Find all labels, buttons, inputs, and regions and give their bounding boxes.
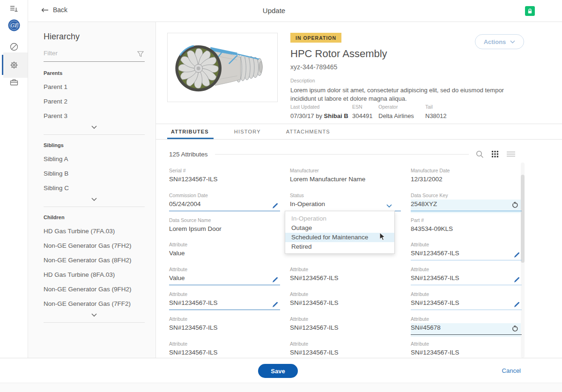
hierarchy-item-child-2[interactable]: Non-GE Generator Gas (7FH2) [44,242,145,249]
asset-title: HPC Rotor Assembly [290,48,525,60]
hierarchy-item-child-5[interactable]: Non-GE Generator Gas (9FH2) [44,286,145,293]
edit-pencil-icon[interactable] [272,203,278,209]
field-attribute-modified[interactable]: Attribute SN#45678 [411,314,522,339]
hierarchy-panel: Hierarchy Parents Parent 1 Parent 2 Pare… [28,22,156,358]
hierarchy-item-sibling-b[interactable]: Sibling B [44,170,145,177]
save-button[interactable]: Save [258,364,298,378]
hierarchy-item-sibling-a[interactable]: Sibling A [44,155,145,163]
field-attribute[interactable]: Attribute SN#1234567-ILS [411,264,522,289]
field-attribute: Attribute SN#1234567-ILS [290,314,401,339]
chevron-down-icon [91,126,97,129]
hierarchy-item-parent-3[interactable]: Parent 3 [44,112,145,119]
back-button[interactable]: Back [41,6,67,14]
mouse-cursor [379,232,385,241]
status-dropdown: In-Operation Outage Scheduled for Mainte… [285,211,395,254]
asset-image [167,33,278,102]
asset-header: IN OPERATION HPC Rotor Assembly xyz-344-… [156,22,562,124]
field-attribute: Attribute SN#1234567-ILS [411,339,522,363]
hierarchy-item-child-4[interactable]: HD Gas Turbine (8FA.03) [44,271,145,278]
expand-siblings-chevron[interactable] [44,198,145,201]
updated-by-user: Shibai B [324,112,348,119]
field-attribute: Attribute SN#1234567-ILS [169,339,280,363]
settings-gear-icon[interactable] [0,60,28,70]
toolbar-rule [215,154,469,155]
expand-parents-chevron[interactable] [44,126,145,129]
meta-tail: Tail N38012 [425,104,447,119]
field-attribute: Attribute Value [169,239,280,264]
briefcase-icon[interactable] [0,79,28,86]
sidebar-divider [44,134,145,135]
filter-field[interactable] [44,49,145,62]
field-data-source-name: Data Source Name Lorem Ipsum Door [169,215,280,240]
field-attribute: Attribute SN#1234567-ILS [169,314,280,339]
attributes-grid: Serial # SN#1234567-ILS Manufacturer Lor… [169,165,522,363]
detail-tabs: ATTRIBUTES HISTORY ATTACHMENTS [156,124,562,140]
description-text: Lorem ipsum dolor sit amet, consectetur … [290,86,510,103]
data-list-icon[interactable] [0,4,28,14]
edit-pencil-icon[interactable] [514,302,520,308]
status-option-in-operation[interactable]: In-Operation [285,214,394,223]
search-icon[interactable] [476,150,484,158]
grid-view-icon[interactable] [492,151,499,158]
field-serial-number: Serial # SN#1234567-ILS [169,165,280,190]
hierarchy-item-parent-1[interactable]: Parent 1 [44,83,145,90]
undo-icon[interactable] [512,202,518,208]
ge-logo[interactable]: GE [0,19,28,31]
edit-pencil-icon[interactable] [272,302,278,308]
field-attribute[interactable]: Attribute SN#1234567-ILS [411,289,522,314]
attributes-toolbar: 125 Attributes [156,146,562,162]
main-content: IN OPERATION HPC Rotor Assembly xyz-344-… [156,22,562,358]
chevron-down-icon [91,313,97,317]
top-bar: Back Update [28,0,562,22]
engine-cutaway-image [168,33,277,102]
select-chevron-icon[interactable] [386,204,392,208]
back-label: Back [53,6,67,14]
hierarchy-item-child-1[interactable]: HD Gas Turbine (7FA.03) [44,228,145,235]
asset-id: xyz-344-789465 [290,63,525,71]
description-label: Description [290,78,525,83]
edit-pencil-icon[interactable] [514,252,520,258]
field-attribute: Attribute SN#1234567-ILS [290,339,401,363]
lock-button[interactable] [525,6,535,16]
field-attribute: Attribute SN#1234567-ILS [290,289,401,314]
left-icon-rail: GE [0,0,28,392]
tab-attachments[interactable]: ATTACHMENTS [286,124,330,139]
hierarchy-item-parent-2[interactable]: Parent 2 [44,98,145,105]
status-badge: IN OPERATION [290,33,341,43]
status-option-retired[interactable]: Retired [285,242,394,251]
filter-funnel-icon[interactable] [137,51,144,57]
field-attribute[interactable]: Attribute Value [169,264,280,289]
field-data-source-key[interactable]: Data Source Key 2548XYZ [411,190,522,215]
lock-icon [527,8,532,14]
hierarchy-item-child-6[interactable]: Non-GE Generator Gas (7FF2) [44,300,145,307]
footer-bar: Save Cancel [0,358,562,383]
field-attribute[interactable]: Attribute SN#1234567-ILS [411,239,522,264]
filter-input[interactable] [44,50,128,57]
status-option-outage[interactable]: Outage [285,223,394,233]
edit-pencil-icon[interactable] [272,277,278,283]
field-attribute: Attribute SN#1234567-ILS [290,264,401,289]
asset-meta-row: Last Updated 07/30/17 by Shibai B ESN 30… [290,104,447,119]
meta-esn: ESN 304491 [352,104,378,119]
cancel-link[interactable]: Cancel [502,367,521,374]
list-view-icon[interactable] [507,151,515,157]
chevron-down-icon [91,198,97,201]
undo-icon[interactable] [512,325,518,332]
dashboard-compass-icon[interactable] [0,42,28,52]
bottom-strip [0,383,562,392]
field-commission-date[interactable]: Commission Date 05/24/2004 [169,190,280,215]
hierarchy-item-child-3[interactable]: Non-GE Generator Gas (8FH2) [44,257,145,264]
section-label-parents: Parents [44,70,145,76]
hierarchy-item-sibling-c[interactable]: Sibling C [44,185,145,192]
expand-children-chevron[interactable] [44,313,145,317]
tab-history[interactable]: HISTORY [234,124,261,139]
field-attribute[interactable]: Attribute SN#1234567-ILS [169,289,280,314]
edit-pencil-icon[interactable] [514,277,520,283]
status-option-scheduled-for-maintenance[interactable]: Scheduled for Maintenance [285,233,394,242]
chevron-down-icon [510,40,515,44]
actions-button[interactable]: Actions [475,34,524,49]
tab-attributes[interactable]: ATTRIBUTES [171,124,209,139]
sidebar-divider [44,207,145,207]
hierarchy-title: Hierarchy [44,32,145,42]
attributes-count: 125 Attributes [169,151,208,158]
